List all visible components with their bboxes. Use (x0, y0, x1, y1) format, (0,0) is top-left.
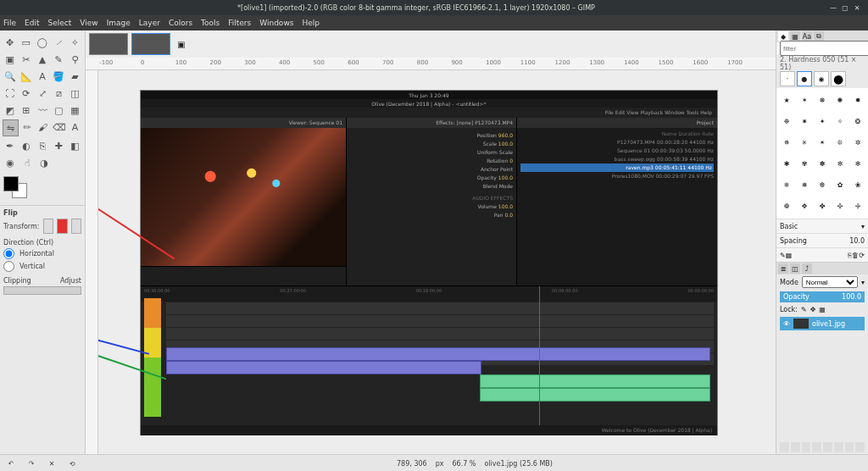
transform-selection-icon[interactable] (57, 219, 68, 234)
layer-new-icon[interactable] (780, 442, 789, 452)
layer-mask-icon[interactable] (845, 442, 854, 452)
menu-windows[interactable]: Windows (259, 19, 293, 27)
layer-visibility-icon[interactable]: 👁 (783, 320, 790, 328)
mypaint-tool-icon[interactable]: ◐ (19, 138, 33, 153)
layers-opacity-slider[interactable]: Opacity 100.0 (780, 291, 865, 302)
rotate-tool-icon[interactable]: ⟳ (19, 86, 33, 101)
brush-basic-dropdown-icon[interactable]: ▾ (861, 223, 865, 230)
menu-view[interactable]: View (80, 19, 97, 27)
menu-edit[interactable]: Edit (25, 19, 39, 27)
scissors-tool-icon[interactable]: ✂ (19, 52, 33, 67)
layer-del-icon[interactable] (855, 442, 865, 452)
layers-mode-select[interactable]: Normal (802, 276, 858, 288)
menu-help[interactable]: Help (302, 19, 320, 27)
tab-channels-icon[interactable]: ◫ (790, 263, 800, 274)
tab-paths-icon[interactable]: ⤴ (802, 263, 812, 274)
ink-tool-icon[interactable]: ✒ (3, 138, 17, 153)
fg-color-swatch[interactable] (3, 176, 19, 191)
ellipse-select-tool-icon[interactable]: ◯ (35, 35, 49, 50)
menu-colors[interactable]: Colors (169, 19, 192, 27)
status-unit[interactable]: px (436, 460, 444, 468)
bucket-tool-icon[interactable]: 🪣 (52, 69, 66, 84)
move-tool-icon[interactable]: ✥ (3, 35, 17, 50)
handle-tool-icon[interactable]: ⊞ (19, 103, 33, 118)
transform-path-icon[interactable] (71, 219, 82, 234)
text-tool-icon[interactable]: A (35, 69, 49, 84)
foreground-tool-icon[interactable]: ▲ (35, 52, 49, 67)
layer-merge-icon[interactable] (834, 442, 843, 452)
menu-tools[interactable]: Tools (201, 19, 220, 27)
picker-tool-icon[interactable]: ⚲ (68, 52, 82, 67)
zoom-tool-icon[interactable]: 🔍 (3, 69, 17, 84)
menu-layer[interactable]: Layer (139, 19, 160, 27)
brush-grid[interactable]: ★✶❋✺✹ ❉✷✦✧❂ ✵✳✴❊✲ ✱✾✽✼✻ ❄❅❆✿❀ ❁✥✤✣✢ (776, 88, 868, 219)
brush-soft-icon[interactable]: ● (797, 71, 812, 86)
status-reset-icon[interactable]: ⟲ (66, 457, 78, 469)
airbrush-tool-icon[interactable]: A (68, 119, 82, 135)
crop-tool-icon[interactable]: ⛶ (3, 86, 17, 101)
layer-up-icon[interactable] (802, 442, 811, 452)
align-tool-icon[interactable]: ▦ (68, 103, 82, 118)
lock-alpha-icon[interactable]: ▦ (819, 306, 826, 313)
status-undo-icon[interactable]: ↶ (5, 457, 17, 469)
free-select-tool-icon[interactable]: ⟋ (52, 35, 66, 50)
paths-tool-icon[interactable]: ✎ (52, 52, 66, 67)
layer-row[interactable]: 👁 olive1.jpg (780, 317, 865, 330)
canvas[interactable]: Thu Jan 3 20:49 Olive (December 2018 | A… (98, 70, 776, 454)
brush-new-icon[interactable]: ▦ (786, 252, 793, 259)
window-max-button[interactable]: ▢ (839, 4, 851, 12)
direction-horizontal[interactable]: Horizontal (3, 248, 81, 259)
single-window-toggle-icon[interactable]: ▣ (177, 40, 185, 49)
layer-dup-icon[interactable] (823, 442, 832, 452)
color-select-tool-icon[interactable]: ▣ (3, 52, 17, 67)
perspective-tool-icon[interactable]: ◫ (68, 86, 82, 101)
menu-select[interactable]: Select (48, 19, 72, 27)
eraser-tool-icon[interactable]: ⌫ (52, 119, 66, 135)
brush-hard-icon[interactable]: ● (831, 71, 846, 86)
dodge-tool-icon[interactable]: ◑ (36, 155, 52, 170)
brush-pixel-icon[interactable]: · (780, 71, 795, 86)
lock-position-icon[interactable]: ✥ (810, 306, 816, 313)
menu-image[interactable]: Image (107, 19, 131, 27)
brush-refresh-icon[interactable]: ⟳ (859, 252, 865, 259)
smudge-tool-icon[interactable]: ☝ (19, 155, 35, 170)
brush-del-icon[interactable]: 🗑 (852, 252, 859, 259)
scale-tool-icon[interactable]: ⤢ (35, 86, 49, 101)
doc-thumb-1[interactable] (89, 33, 128, 55)
measure-tool-icon[interactable]: 📐 (19, 69, 33, 84)
tab-layers-icon[interactable]: ≣ (778, 263, 788, 274)
unified-tool-icon[interactable]: ◩ (3, 103, 17, 118)
pencil-tool-icon[interactable]: ✏ (20, 119, 35, 135)
rect-select-tool-icon[interactable]: ▭ (19, 35, 33, 50)
layer-down-icon[interactable] (812, 442, 821, 452)
clipping-slider[interactable] (3, 286, 81, 295)
direction-horizontal-radio[interactable] (3, 248, 14, 259)
perspective-clone-icon[interactable]: ◧ (68, 138, 82, 153)
menu-file[interactable]: File (3, 19, 16, 27)
gradient-tool-icon[interactable]: ▰ (68, 69, 82, 84)
menu-filters[interactable]: Filters (228, 19, 251, 27)
doc-thumb-2[interactable] (131, 33, 170, 55)
status-redo-icon[interactable]: ↷ (25, 457, 37, 469)
brush-edit-icon[interactable]: ✎ (780, 252, 786, 259)
layers-mode-menu-icon[interactable]: ▾ (861, 279, 865, 286)
flip-tool-icon[interactable]: ⇋ (3, 119, 19, 136)
brush-soft2-icon[interactable]: ◉ (814, 71, 829, 86)
window-min-button[interactable]: — (827, 4, 839, 12)
direction-vertical[interactable]: Vertical (3, 261, 81, 272)
lock-pixels-icon[interactable]: ✎ (801, 306, 807, 313)
warp-tool-icon[interactable]: 〰 (35, 103, 49, 118)
cage-tool-icon[interactable]: ▢ (52, 103, 66, 118)
fuzzy-select-tool-icon[interactable]: ✧ (68, 35, 82, 50)
transform-layer-icon[interactable] (43, 219, 54, 234)
heal-tool-icon[interactable]: ✚ (52, 138, 66, 153)
color-swatches[interactable] (0, 175, 85, 205)
status-zoom[interactable]: 66.7 % (452, 460, 476, 468)
blur-tool-icon[interactable]: ◉ (3, 155, 18, 170)
window-close-button[interactable]: ✕ (851, 4, 863, 12)
status-delete-icon[interactable]: ✕ (46, 457, 58, 469)
shear-tool-icon[interactable]: ⧄ (52, 86, 66, 101)
clone-tool-icon[interactable]: ⎘ (35, 138, 49, 153)
layer-group-icon[interactable] (791, 442, 800, 452)
brush-tool-icon[interactable]: 🖌 (36, 119, 51, 135)
